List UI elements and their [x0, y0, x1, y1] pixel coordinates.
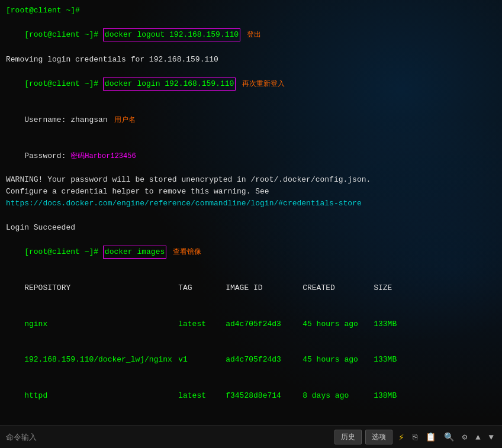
terminal-output: [root@client ~]# [root@client ~]# docker…: [0, 0, 502, 426]
line-url: https://docs.docker.com/engine/reference…: [6, 198, 496, 210]
toolbar-buttons: 历史 选项 ⚡ ⎘ 📋 🔍 ⚙ ▲ ▼: [334, 430, 496, 444]
select-button[interactable]: 选项: [365, 430, 392, 444]
line-warning1: WARNING! Your password will be stored un…: [6, 174, 496, 186]
toolbar-input-label: 命令输入: [6, 432, 37, 443]
cmd-images1: docker images: [103, 246, 166, 259]
line-login: [root@client ~]# docker login 192.168.15…: [6, 66, 496, 102]
line-blank1: [6, 210, 496, 221]
line-logout: [root@client ~]# docker logout 192.168.1…: [6, 17, 496, 53]
scroll-down-icon[interactable]: ▼: [487, 431, 496, 443]
scroll-up-icon[interactable]: ▲: [473, 431, 482, 443]
cmd-login: docker login 192.168.159.110: [103, 78, 236, 91]
paste-icon[interactable]: 📋: [423, 431, 438, 443]
line-images1: [root@client ~]# docker images 查看镜像: [6, 234, 496, 270]
copy-icon[interactable]: ⎘: [410, 431, 420, 443]
history-button[interactable]: 历史: [334, 430, 362, 444]
table1-row1: nginxlatestad4c705f24d345 hours ago133MB: [6, 307, 496, 342]
table1-header: REPOSITORYTAGIMAGE IDCREATEDSIZE: [6, 270, 496, 306]
lightning-icon: ⚡: [396, 430, 407, 444]
toolbar: 命令输入 历史 选项 ⚡ ⎘ 📋 🔍 ⚙ ▲ ▼: [0, 426, 502, 448]
line-password: Password: 密码Harbor123456: [6, 138, 496, 174]
line-username: Username: zhangsan 用户名: [6, 102, 496, 138]
table1-row4: gliderlabs/registratorlatest3b59190c6c80…: [6, 414, 496, 426]
table1-row2: 192.168.159.110/docker_lwj/nginxv1ad4c70…: [6, 342, 496, 378]
line-login-ok: Login Succeeded: [6, 222, 496, 234]
line-warning2: Configure a credential helper to remove …: [6, 186, 496, 198]
settings-icon[interactable]: ⚙: [460, 431, 469, 443]
line-0: [root@client ~]#: [6, 5, 496, 17]
table1-row3: httpdlatestf34528d8e7148 days ago138MB: [6, 378, 496, 413]
cmd-logout: docker logout 192.168.159.110: [103, 28, 240, 41]
line-removing: Removing login credentials for 192.168.1…: [6, 54, 496, 66]
search-icon[interactable]: 🔍: [442, 431, 456, 443]
